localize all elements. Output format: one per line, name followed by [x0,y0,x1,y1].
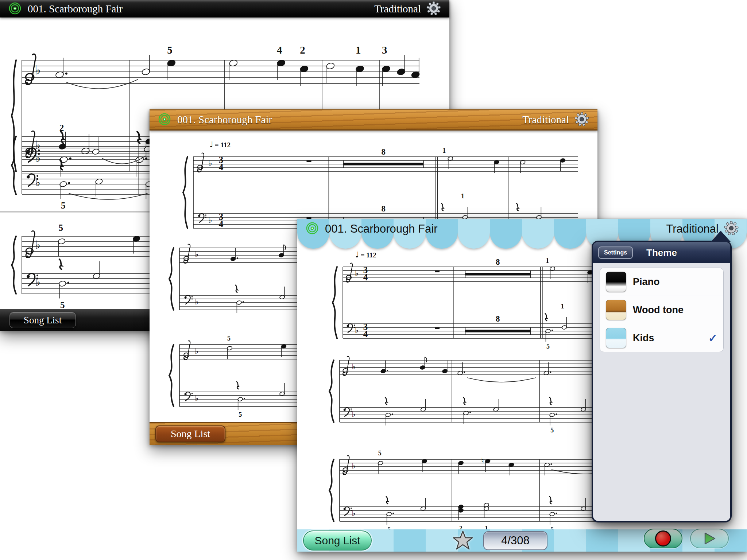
svg-text:♭: ♭ [208,159,212,168]
theme-option-label: Kids [633,332,654,344]
titlebar-kids: 001. Scarborough Fair Traditional [297,219,747,239]
svg-text:8: 8 [496,257,500,267]
composer-label: Traditional [374,3,421,15]
star-icon[interactable] [452,530,474,552]
svg-text:1: 1 [546,257,549,264]
svg-text:♭: ♭ [352,461,355,470]
theme-thumbnail-icon [606,300,626,320]
record-dot-icon [655,530,671,547]
svg-text:4: 4 [363,272,368,282]
svg-text:8: 8 [381,204,386,213]
popover-arrow [711,231,731,242]
popover-header: Settings Theme [593,242,730,263]
svg-text:♭: ♭ [35,176,40,189]
theme-option-piano[interactable]: Piano [600,268,723,296]
titlebar-piano: 001. Scarborough Fair Traditional [0,0,449,18]
svg-text:♭: ♭ [355,326,359,335]
song-list-button-piano[interactable]: Song List [9,312,76,328]
svg-text:5: 5 [61,201,66,210]
svg-text:♭: ♭ [35,238,40,251]
theme-option-wood-tone[interactable]: Wood tone [600,296,723,324]
svg-text:♭: ♭ [195,297,198,306]
svg-text:5: 5 [227,335,231,342]
svg-text:♭: ♭ [35,62,41,77]
app-logo-icon [158,112,171,128]
svg-text:♭: ♭ [35,275,40,288]
app-logo-icon [305,221,319,237]
record-button[interactable] [644,529,682,548]
svg-text:5: 5 [550,427,554,434]
song-title: 001. Scarborough Fair [177,114,272,126]
settings-back-button[interactable]: Settings [598,246,633,259]
bottombar-kids: Song List 4/308 [297,529,747,552]
titlebar-wood: 001. Scarborough Fair Traditional [150,109,597,131]
svg-text:5: 5 [387,526,391,529]
svg-text:3: 3 [382,44,387,56]
svg-text:♭: ♭ [355,269,359,278]
svg-text:♭: ♭ [352,409,355,419]
theme-thumbnail-icon [606,328,626,348]
svg-text:1: 1 [356,44,361,56]
svg-text:5: 5 [60,300,65,309]
app-logo-icon [8,1,22,17]
svg-text:♩: ♩ [209,140,213,149]
svg-text:♭: ♭ [195,250,198,259]
song-title: 001. Scarborough Fair [325,222,437,236]
svg-text:♭: ♭ [208,215,212,225]
svg-text:= 112: = 112 [361,251,376,259]
theme-option-label: Piano [633,276,660,288]
svg-text:8: 8 [496,314,500,323]
svg-text:♩: ♩ [355,250,359,259]
gear-icon[interactable] [426,1,441,18]
checkmark-icon: ✓ [708,332,717,345]
svg-text:= 112: = 112 [215,141,231,149]
stage: 001. Scarborough Fair Traditional ♭♭5421… [0,0,747,560]
svg-text:♭: ♭ [352,362,355,371]
svg-text:1: 1 [485,525,488,529]
svg-text:♭: ♭ [195,394,198,403]
song-list-button-kids[interactable]: Song List [303,530,372,551]
svg-text:2: 2 [59,123,64,133]
svg-text:1: 1 [561,303,564,310]
gear-icon[interactable] [574,112,589,128]
svg-text:♭: ♭ [352,509,355,518]
svg-text:4: 4 [277,44,282,56]
svg-text:5: 5 [550,526,554,529]
theme-list: PianoWood toneKids✓ [600,268,724,352]
svg-text:4: 4 [219,162,224,172]
song-title: 001. Scarborough Fair [28,3,123,15]
svg-text:5: 5 [167,44,172,56]
composer-label: Traditional [522,114,569,126]
popover-title: Theme [646,247,677,258]
svg-text:5: 5 [378,450,382,457]
theme-settings-popover: Settings Theme PianoWood toneKids✓ [592,241,732,522]
svg-text:8: 8 [381,147,386,156]
svg-text:2: 2 [459,525,462,529]
svg-text:5: 5 [239,411,242,418]
svg-text:1: 1 [461,192,464,200]
theme-option-kids[interactable]: Kids✓ [600,324,723,352]
svg-text:2: 2 [300,44,305,56]
theme-thumbnail-icon [606,272,626,292]
svg-text:1: 1 [442,147,446,154]
svg-text:♭: ♭ [195,346,198,355]
song-list-button-wood[interactable]: Song List [155,425,225,442]
svg-text:♭: ♭ [35,138,40,151]
play-button[interactable] [690,529,729,548]
theme-option-label: Wood tone [633,304,684,316]
svg-text:5: 5 [59,223,63,233]
page-indicator[interactable]: 4/308 [483,531,547,550]
svg-text:♮: ♮ [481,456,484,465]
